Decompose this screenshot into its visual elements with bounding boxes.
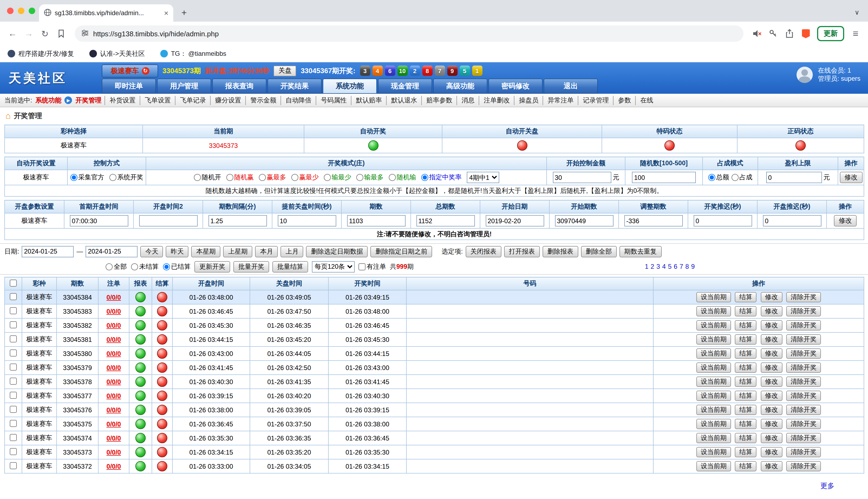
bets-link[interactable]: 0/0/0: [106, 336, 121, 343]
draw-mode-radio[interactable]: [389, 174, 395, 181]
draw-mode-option[interactable]: 随机开: [193, 173, 221, 182]
subnav-item[interactable]: 赔率参数: [422, 96, 457, 105]
set-current-period-button[interactable]: 设当前期: [696, 405, 731, 415]
set-current-period-button[interactable]: 设当前期: [696, 377, 731, 387]
tune-icon[interactable]: [81, 29, 89, 38]
modify-settings-button[interactable]: 修改: [840, 172, 862, 183]
quick-date-button[interactable]: 上星期: [223, 246, 253, 257]
report-light[interactable]: [135, 391, 146, 401]
address-bar[interactable]: https://sg138.timibbs.vip/hide/admin.php: [75, 25, 743, 42]
subnav-item[interactable]: 默认退水: [386, 96, 422, 105]
modify-button[interactable]: 修改: [760, 391, 782, 401]
lottery-select-button[interactable]: 极速赛车 ↻: [102, 64, 158, 77]
batch-action-button[interactable]: 批量开奖: [234, 261, 269, 272]
modify-button[interactable]: 修改: [760, 405, 782, 415]
draw-mode-option[interactable]: 随机输: [389, 173, 416, 182]
status-light[interactable]: [368, 140, 378, 150]
bookmark-icon[interactable]: [54, 26, 68, 41]
clear-draw-button[interactable]: 清除开奖: [786, 349, 821, 359]
page-link[interactable]: 3: [656, 263, 660, 270]
report-action-button[interactable]: 期数去重复: [619, 246, 662, 257]
modify-button[interactable]: 修改: [760, 334, 782, 344]
share-mode-radio[interactable]: [708, 174, 715, 181]
modify-button[interactable]: 修改: [760, 292, 782, 302]
draw-mode-option[interactable]: 赢最少: [291, 173, 319, 182]
page-link[interactable]: 4: [662, 263, 666, 270]
modify-button[interactable]: 修改: [760, 447, 782, 457]
clear-draw-button[interactable]: 清除开奖: [786, 405, 821, 415]
settle-light[interactable]: [157, 419, 167, 429]
quick-date-button[interactable]: 今天: [140, 246, 163, 257]
modify-button[interactable]: 修改: [760, 363, 782, 373]
row-checkbox[interactable]: [10, 293, 17, 300]
modify-button[interactable]: 修改: [760, 419, 782, 429]
subnav-item[interactable]: 警示金额: [246, 96, 281, 105]
clear-draw-button[interactable]: 清除开奖: [786, 377, 821, 387]
page-size-select[interactable]: 每页120条: [312, 261, 355, 272]
report-action-button[interactable]: 删除报表: [542, 246, 578, 257]
bets-link[interactable]: 0/0/0: [106, 462, 121, 470]
settle-light[interactable]: [157, 391, 167, 401]
clear-draw-button[interactable]: 清除开奖: [786, 363, 821, 373]
modify-button[interactable]: 修改: [760, 320, 782, 330]
settle-button[interactable]: 结算: [735, 405, 757, 415]
nav-tab[interactable]: 开奖结果: [267, 78, 322, 94]
bets-link[interactable]: 0/0/0: [106, 420, 121, 428]
settle-light[interactable]: [157, 320, 167, 330]
nav-tab[interactable]: 密码修改: [488, 78, 543, 94]
bookmark-item[interactable]: 程序搭建/开发/修复: [8, 49, 74, 58]
new-tab-button[interactable]: +: [178, 7, 191, 20]
subnav-item-draw-manage[interactable]: 开奖管理: [76, 96, 102, 105]
draw-mode-option[interactable]: 输最少: [324, 173, 351, 182]
settle-status-radio[interactable]: [163, 263, 170, 270]
settle-light[interactable]: [157, 447, 167, 457]
bookmark-item[interactable]: 认准->天美社区: [89, 49, 145, 58]
modify-button[interactable]: 修改: [760, 433, 782, 443]
settle-button[interactable]: 结算: [735, 320, 757, 330]
subnav-item[interactable]: 号码属性: [316, 96, 351, 105]
report-light[interactable]: [135, 363, 146, 373]
settle-light[interactable]: [157, 461, 167, 471]
param-input[interactable]: [693, 215, 752, 227]
nav-tab[interactable]: 退出: [544, 78, 598, 94]
row-checkbox[interactable]: [10, 335, 17, 342]
draw-mode-radio[interactable]: [259, 174, 266, 181]
profit-limit-input[interactable]: [766, 172, 822, 183]
settle-light[interactable]: [157, 292, 167, 302]
set-current-period-button[interactable]: 设当前期: [696, 349, 731, 359]
clear-draw-button[interactable]: 清除开奖: [786, 447, 821, 457]
draw-mode-radio[interactable]: [324, 174, 330, 181]
bookmark-item[interactable]: TG： @tianmeibbs: [160, 49, 226, 58]
modify-button[interactable]: 修改: [760, 377, 782, 387]
tab-close-icon[interactable]: ×: [164, 9, 168, 17]
draw-mode-radio[interactable]: [226, 174, 233, 181]
draw-mode-radio[interactable]: [193, 174, 201, 181]
clear-draw-button[interactable]: 清除开奖: [786, 419, 821, 429]
date-to-input[interactable]: [86, 246, 138, 257]
row-checkbox[interactable]: [10, 349, 17, 356]
settle-button[interactable]: 结算: [735, 377, 757, 387]
subnav-item[interactable]: 补货设置: [105, 96, 140, 105]
page-link[interactable]: 5: [668, 263, 671, 270]
draw-mode-radio[interactable]: [356, 174, 363, 181]
settle-status-option[interactable]: 全部: [105, 262, 127, 271]
menu-icon[interactable]: ≡: [848, 26, 863, 41]
modify-params-button[interactable]: 修改: [834, 215, 857, 227]
start-amount-input[interactable]: [553, 172, 611, 183]
set-current-period-button[interactable]: 设当前期: [696, 391, 731, 401]
report-light[interactable]: [135, 320, 146, 330]
has-bets-option[interactable]: 有注单: [358, 262, 386, 271]
delete-date-button[interactable]: 删除指定日期之前: [370, 246, 432, 257]
set-current-period-button[interactable]: 设当前期: [696, 433, 731, 443]
close-market-button[interactable]: 关盘: [274, 65, 297, 76]
set-current-period-button[interactable]: 设当前期: [696, 334, 731, 344]
report-light[interactable]: [135, 334, 146, 344]
control-mode-option[interactable]: 系统开奖: [109, 173, 143, 182]
share-mode-option[interactable]: 总额: [708, 173, 729, 182]
nav-tab[interactable]: 高级功能: [433, 78, 487, 94]
param-input[interactable]: [763, 215, 821, 227]
report-action-button[interactable]: 删除全部: [581, 246, 616, 257]
status-light[interactable]: [517, 140, 527, 150]
reload-icon[interactable]: ↻: [38, 26, 52, 41]
quick-date-button[interactable]: 昨天: [166, 246, 189, 257]
